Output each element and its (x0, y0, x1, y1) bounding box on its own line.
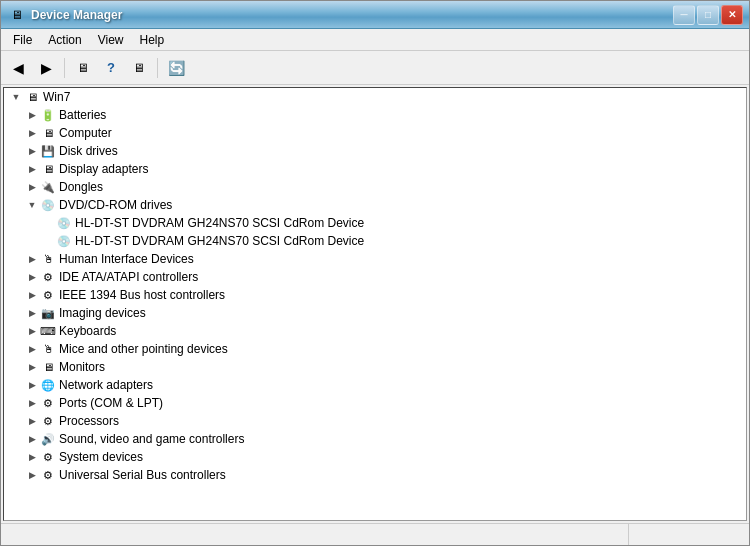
main-area: ▼ 🖥 Win7 ▶ 🔋 Batteries ▶ 🖥 Computer ▶ (1, 85, 749, 523)
menu-action[interactable]: Action (40, 31, 89, 49)
mice-expand[interactable]: ▶ (24, 341, 40, 357)
sound-icon: 🔊 (40, 431, 56, 447)
toolbar-sep-1 (64, 58, 65, 78)
tree-keyboards[interactable]: ▶ ⌨ Keyboards (4, 322, 746, 340)
hid-icon: 🖱 (40, 251, 56, 267)
ports-label: Ports (COM & LPT) (59, 396, 163, 410)
tree-ieee[interactable]: ▶ ⚙ IEEE 1394 Bus host controllers (4, 286, 746, 304)
batteries-expand[interactable]: ▶ (24, 107, 40, 123)
computer-label: Computer (59, 126, 112, 140)
device-tree[interactable]: ▼ 🖥 Win7 ▶ 🔋 Batteries ▶ 🖥 Computer ▶ (3, 87, 747, 521)
keyboards-expand[interactable]: ▶ (24, 323, 40, 339)
maximize-button[interactable]: □ (697, 5, 719, 25)
imaging-expand[interactable]: ▶ (24, 305, 40, 321)
mice-icon: 🖱 (40, 341, 56, 357)
sound-expand[interactable]: ▶ (24, 431, 40, 447)
dvd-dev2-label: HL-DT-ST DVDRAM GH24NS70 SCSI CdRom Devi… (75, 234, 364, 248)
system-icon: ⚙ (40, 449, 56, 465)
dvd-label: DVD/CD-ROM drives (59, 198, 172, 212)
disk-label: Disk drives (59, 144, 118, 158)
tree-dvd[interactable]: ▼ 💿 DVD/CD-ROM drives (4, 196, 746, 214)
imaging-label: Imaging devices (59, 306, 146, 320)
keyboards-icon: ⌨ (40, 323, 56, 339)
computer-icon: 🖥 (40, 125, 56, 141)
toolbar-help[interactable]: ? (98, 55, 124, 81)
tree-usb[interactable]: ▶ ⚙ Universal Serial Bus controllers (4, 466, 746, 484)
tree-ports[interactable]: ▶ ⚙ Ports (COM & LPT) (4, 394, 746, 412)
display-label: Display adapters (59, 162, 148, 176)
ports-icon: ⚙ (40, 395, 56, 411)
toolbar-refresh[interactable]: 🔄 (163, 55, 189, 81)
network-expand[interactable]: ▶ (24, 377, 40, 393)
toolbar-forward[interactable]: ▶ (33, 55, 59, 81)
processors-expand[interactable]: ▶ (24, 413, 40, 429)
hid-expand[interactable]: ▶ (24, 251, 40, 267)
status-left (1, 524, 629, 545)
dvd-icon: 💿 (40, 197, 56, 213)
toolbar-back[interactable]: ◀ (5, 55, 31, 81)
menu-view[interactable]: View (90, 31, 132, 49)
usb-icon: ⚙ (40, 467, 56, 483)
toolbar-sep-2 (157, 58, 158, 78)
usb-expand[interactable]: ▶ (24, 467, 40, 483)
dvd-expand[interactable]: ▼ (24, 197, 40, 213)
tree-dongles[interactable]: ▶ 🔌 Dongles (4, 178, 746, 196)
hid-label: Human Interface Devices (59, 252, 194, 266)
tree-dvd-device-1[interactable]: ▶ 💿 HL-DT-ST DVDRAM GH24NS70 SCSI CdRom … (4, 214, 746, 232)
monitors-icon: 🖥 (40, 359, 56, 375)
minimize-button[interactable]: ─ (673, 5, 695, 25)
ide-expand[interactable]: ▶ (24, 269, 40, 285)
sound-label: Sound, video and game controllers (59, 432, 244, 446)
root-computer-icon: 🖥 (24, 89, 40, 105)
tree-network[interactable]: ▶ 🌐 Network adapters (4, 376, 746, 394)
menu-help[interactable]: Help (132, 31, 173, 49)
imaging-icon: 📷 (40, 305, 56, 321)
tree-batteries[interactable]: ▶ 🔋 Batteries (4, 106, 746, 124)
tree-sound[interactable]: ▶ 🔊 Sound, video and game controllers (4, 430, 746, 448)
monitors-expand[interactable]: ▶ (24, 359, 40, 375)
tree-monitors[interactable]: ▶ 🖥 Monitors (4, 358, 746, 376)
dongles-expand[interactable]: ▶ (24, 179, 40, 195)
status-bar (1, 523, 749, 545)
tree-dvd-device-2[interactable]: ▶ 💿 HL-DT-ST DVDRAM GH24NS70 SCSI CdRom … (4, 232, 746, 250)
tree-root[interactable]: ▼ 🖥 Win7 (4, 88, 746, 106)
tree-computer[interactable]: ▶ 🖥 Computer (4, 124, 746, 142)
tree-display-adapters[interactable]: ▶ 🖥 Display adapters (4, 160, 746, 178)
system-label: System devices (59, 450, 143, 464)
title-bar: 🖥 Device Manager ─ □ ✕ (1, 1, 749, 29)
app-icon: 🖥 (9, 7, 25, 23)
keyboards-label: Keyboards (59, 324, 116, 338)
tree-processors[interactable]: ▶ ⚙ Processors (4, 412, 746, 430)
tree-imaging[interactable]: ▶ 📷 Imaging devices (4, 304, 746, 322)
system-expand[interactable]: ▶ (24, 449, 40, 465)
tree-system[interactable]: ▶ ⚙ System devices (4, 448, 746, 466)
tree-mice[interactable]: ▶ 🖱 Mice and other pointing devices (4, 340, 746, 358)
toolbar: ◀ ▶ 🖥 ? 🖥 🔄 (1, 51, 749, 85)
computer-expand[interactable]: ▶ (24, 125, 40, 141)
processors-icon: ⚙ (40, 413, 56, 429)
close-button[interactable]: ✕ (721, 5, 743, 25)
tree-ide[interactable]: ▶ ⚙ IDE ATA/ATAPI controllers (4, 268, 746, 286)
ports-expand[interactable]: ▶ (24, 395, 40, 411)
dongles-icon: 🔌 (40, 179, 56, 195)
ide-icon: ⚙ (40, 269, 56, 285)
ieee-expand[interactable]: ▶ (24, 287, 40, 303)
processors-label: Processors (59, 414, 119, 428)
root-expand-icon[interactable]: ▼ (8, 89, 24, 105)
ide-label: IDE ATA/ATAPI controllers (59, 270, 198, 284)
menu-bar: File Action View Help (1, 29, 749, 51)
dvd-dev2-spacer: ▶ (40, 233, 56, 249)
disk-expand[interactable]: ▶ (24, 143, 40, 159)
batteries-label: Batteries (59, 108, 106, 122)
device-manager-window: 🖥 Device Manager ─ □ ✕ File Action View … (0, 0, 750, 546)
toolbar-view[interactable]: 🖥 (126, 55, 152, 81)
tree-disk-drives[interactable]: ▶ 💾 Disk drives (4, 142, 746, 160)
root-label: Win7 (43, 90, 70, 104)
toolbar-properties[interactable]: 🖥 (70, 55, 96, 81)
display-expand[interactable]: ▶ (24, 161, 40, 177)
monitors-label: Monitors (59, 360, 105, 374)
dongles-label: Dongles (59, 180, 103, 194)
menu-file[interactable]: File (5, 31, 40, 49)
usb-label: Universal Serial Bus controllers (59, 468, 226, 482)
tree-hid[interactable]: ▶ 🖱 Human Interface Devices (4, 250, 746, 268)
